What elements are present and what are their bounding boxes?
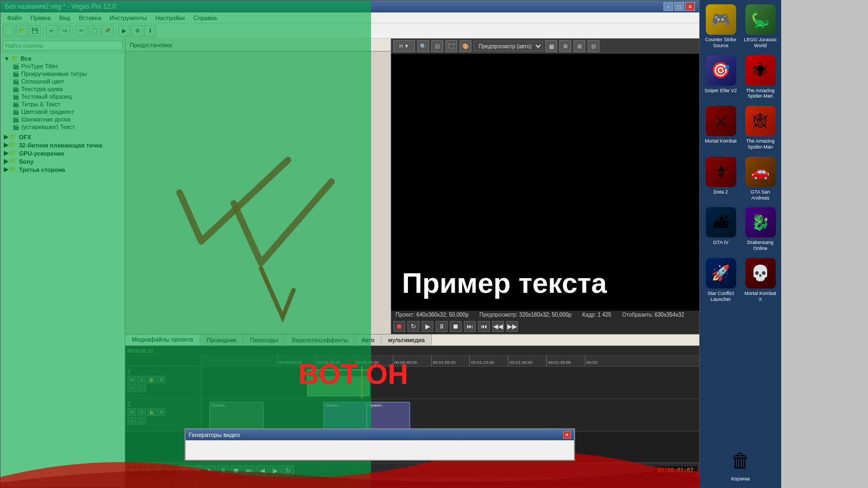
ruler-mark-8: 00:02: [585,356,623,366]
game-icon-spiderman1[interactable]: 🕷 The Amazing Spider-Man [742,53,779,102]
preview-skip-start[interactable]: ⏮ [478,321,490,332]
preview-status: Проект: 640x360x32; 50,000p Предпросмотр… [391,311,699,319]
spiderman1-icon-label: The Amazing Spider-Man [743,88,778,100]
ruler-mark-3: 00:00:45:00 [393,356,431,366]
dialog-title: Генераторы видео [189,432,240,438]
game-icon-gta-sa[interactable]: 🚗 GTA San Andreas [742,155,779,203]
vegas-window: Без названия2.veg * - Vegas Pro 12.0 − □… [0,0,700,488]
gta4-icon-label: GTA IV [713,240,728,246]
ruler-mark-4: 00:01:00:00 [431,356,470,366]
desktop-sidebar: 🎮 Counter Strike Source 🦕 LEGO Jurassic … [700,0,781,488]
dialog-close-button[interactable]: ✕ [563,431,571,439]
preview-record[interactable]: ⏺ [393,321,405,332]
game-icon-spiderman2[interactable]: 🕸 The Amazing Spider-Man [742,104,779,152]
dialog-body [186,440,574,460]
lego-icon-label: LEGO Jurassic World [743,37,778,49]
trash-icon[interactable]: 🗑 Корзина [702,441,779,486]
game-icon-drakensang[interactable]: 🐉 Drakensang Online [742,205,779,254]
preview-tb-cfg[interactable]: ⚙ [559,40,571,52]
gta-sa-icon-label: GTA San Andreas [743,189,778,201]
preview-tb-full[interactable]: ⛶ [445,40,457,52]
tab-multimedia[interactable]: мультимедиа [381,335,432,345]
dota-icon-img: 🗡 [706,157,736,187]
preview-play[interactable]: ▶ [422,321,433,332]
preview-tb-color[interactable]: 🎨 [459,40,471,52]
preview-tb-fit[interactable]: ⊡ [431,40,443,52]
preview-tb-split[interactable]: ⊟ [588,40,599,52]
sniper-icon-img: 🎯 [706,55,736,86]
display-info: Отобразить: 630x354x32 [622,312,685,318]
game-icon-mk[interactable]: ⚔ Mortal Kombat [702,104,739,152]
end-time-display: 00:00:01:07 [654,466,697,474]
preview-mode-select[interactable]: Предпросмотр (авто) [474,41,543,52]
gta-sa-icon-img: 🚗 [745,157,776,187]
sniper-icon-label: Sniper Elite V2 [705,88,737,94]
ruler-mark-6: 00:01:30:00 [508,356,546,366]
lego-icon-img: 🦕 [745,4,776,35]
mkx-icon-img: 💀 [745,258,776,288]
game-icon-cs[interactable]: 🎮 Counter Strike Source [702,2,739,51]
frame-info: Кадр: 1 425 [582,312,611,318]
cs-icon-img: 🎮 [706,4,736,35]
maximize-button[interactable]: □ [674,2,684,11]
mk-icon-img: ⚔ [706,106,736,136]
game-grid: 🎮 Counter Strike Source 🦕 LEGO Jurassic … [702,2,779,305]
mkx-icon-label: Mortal Kombat X [743,291,778,303]
close-button[interactable]: ✕ [685,2,695,11]
preview-next-frame[interactable]: ▶▶ [506,321,518,332]
main-content: ▼ 📁 Все 🎬ProType Titler 🎬Прокручиваемые … [1,38,699,487]
game-icon-sniper[interactable]: 🎯 Sniper Elite V2 [702,53,739,102]
starconflict-icon-label: Star Conflict Launcher [703,291,738,303]
preview-controls: ⏺ ↻ ▶ ⏸ ⏹ ⏭ ⏮ ◀◀ ▶▶ [391,319,699,334]
game-icon-starconflict[interactable]: 🚀 Star Conflict Launcher [702,256,739,305]
preview-tb-ext[interactable]: ⊞ [573,40,585,52]
center-area: Предустановка: [125,38,699,487]
timeline-area: 00:01:01:12 00:00:00:00 00:00:15:00 00:0… [125,346,699,487]
game-icon-gta4[interactable]: 🏙 GTA IV [702,205,739,254]
drakensang-icon-label: Drakensang Online [743,240,778,252]
preview-info: Предпросмотр: 320x180x32; 50,000p [480,312,572,318]
preview-panel: H ▼ 🔍 ⊡ ⛶ 🎨 Предпросмотр (авто) ▦ ⚙ ⊞ ⊟ [391,38,699,334]
generators-dialog: Генераторы видео ✕ [184,428,575,461]
mk-icon-label: Mortal Kombat [705,138,737,144]
starconflict-icon-img: 🚀 [706,258,736,288]
preview-toolbar: H ▼ 🔍 ⊡ ⛶ 🎨 Предпросмотр (авто) ▦ ⚙ ⊞ ⊟ [391,38,699,54]
minimize-button[interactable]: − [663,2,673,11]
preview-tb-zoom[interactable]: 🔍 [417,40,429,52]
game-icon-mkx[interactable]: 💀 Mortal Kombat X [742,256,779,305]
window-controls: − □ ✕ [663,2,695,11]
preview-pause[interactable]: ⏸ [436,321,448,332]
preview-text: Пример текста [391,255,618,311]
preview-skip-end[interactable]: ⏭ [464,321,476,332]
dota-icon-label: Dota 2 [713,189,728,195]
game-icon-dota[interactable]: 🗡 Dota 2 [702,155,739,203]
preview-tb-grid[interactable]: ▦ [545,40,557,52]
preview-loop[interactable]: ↻ [407,321,419,332]
dialog-title-bar: Генераторы видео ✕ [186,429,574,440]
preview-prev-frame[interactable]: ◀◀ [492,321,504,332]
preview-stop[interactable]: ⏹ [450,321,462,332]
ruler-mark-5: 00:01:15:00 [469,356,508,366]
game-icon-lego[interactable]: 🦕 LEGO Jurassic World [742,2,779,51]
spiderman1-icon-img: 🕷 [745,55,776,86]
spiderman2-icon-label: The Amazing Spider-Man [743,138,778,150]
preview-tb-h[interactable]: H ▼ [393,40,415,52]
trash-icon-img: 🗑 [725,446,756,476]
preview-body: Пример текста [391,54,699,311]
drakensang-icon-img: 🐉 [745,207,776,237]
cs-icon-label: Counter Strike Source [703,37,738,49]
timeline-bottom: 00:00:28:12 ⏺ ⏮ ▶ ⏸ ⏹ ⏭ ◀ ▶ ↻ 00:00:01:0… [125,463,699,478]
ruler-mark-7: 00:01:45:00 [546,356,585,366]
project-info: Проект: 640x360x32; 50,000p [395,312,469,318]
track-2-clip-3[interactable]: Примеч. [367,402,410,429]
gta4-icon-img: 🏙 [706,207,736,237]
trash-label: Корзина [731,476,750,481]
spiderman2-icon-img: 🕸 [745,106,776,136]
